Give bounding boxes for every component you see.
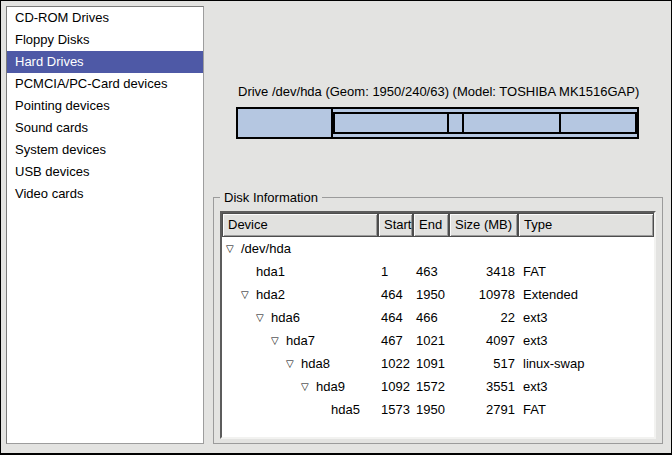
cell-type: ext3: [518, 306, 654, 329]
cell-start: 467: [378, 329, 413, 352]
cell-start: [378, 237, 413, 260]
device-name: hda7: [286, 329, 315, 352]
cell-size: [449, 237, 518, 260]
cell-size: 4097: [449, 329, 518, 352]
cell-type: FAT: [518, 398, 654, 421]
sidebar-item-cd-rom-drives[interactable]: CD-ROM Drives: [7, 7, 203, 29]
cell-size: 3418: [449, 260, 518, 283]
disk-information-frame: Disk Information DeviceStartEndSize (MB)…: [213, 197, 663, 444]
cell-type: ext3: [518, 329, 654, 352]
device-name: hda5: [331, 398, 360, 421]
sidebar-item-usb-devices[interactable]: USB devices: [7, 161, 203, 183]
cell-size: 517: [449, 352, 518, 375]
partition-divider: [559, 114, 561, 132]
sidebar-item-pcmcia-pc-card-devices[interactable]: PCMCIA/PC-Card devices: [7, 73, 203, 95]
device-name: hda6: [271, 306, 300, 329]
device-name: hda9: [316, 375, 345, 398]
cell-start: 464: [378, 306, 413, 329]
cell-start: 1573: [378, 398, 413, 421]
table-row-hda8[interactable]: ▽hda810221091517linux-swap: [222, 352, 654, 375]
cell-end: [413, 237, 449, 260]
partition-divider: [447, 114, 449, 132]
hardware-browser-window: CD-ROM DrivesFloppy DisksHard DrivesPCMC…: [0, 0, 672, 455]
table-row--dev-hda[interactable]: ▽/dev/hda: [222, 237, 654, 260]
expander-icon[interactable]: ▽: [226, 237, 241, 260]
table-row-hda1[interactable]: hda114633418FAT: [222, 260, 654, 283]
extended-partition-region: [333, 112, 637, 134]
cell-end: 1572: [413, 375, 449, 398]
cell-start: 1: [378, 260, 413, 283]
sidebar-item-video-cards[interactable]: Video cards: [7, 183, 203, 205]
column-header-start[interactable]: Start: [378, 213, 413, 237]
cell-end: 1021: [413, 329, 449, 352]
cell-type: ext3: [518, 375, 654, 398]
expander-icon[interactable]: ▽: [241, 283, 256, 306]
disk-info-table-body: ▽/dev/hdahda114633418FAT▽hda246419501097…: [222, 237, 654, 421]
column-header-size-mb-[interactable]: Size (MB): [449, 213, 518, 237]
cell-size: 2791: [449, 398, 518, 421]
cell-type: FAT: [518, 260, 654, 283]
table-row-hda7[interactable]: ▽hda746710214097ext3: [222, 329, 654, 352]
cell-end: 463: [413, 260, 449, 283]
partition-segment-primary: [238, 109, 333, 137]
expander-icon[interactable]: ▽: [301, 375, 316, 398]
cell-end: 466: [413, 306, 449, 329]
sidebar-item-system-devices[interactable]: System devices: [7, 139, 203, 161]
drive-summary-label: Drive /dev/hda (Geom: 1950/240/63) (Mode…: [238, 84, 639, 99]
table-row-hda9[interactable]: ▽hda9109215723551ext3: [222, 375, 654, 398]
table-row-hda6[interactable]: ▽hda646446622ext3: [222, 306, 654, 329]
cell-type: Extended: [518, 283, 654, 306]
column-header-end[interactable]: End: [413, 213, 449, 237]
sidebar-item-sound-cards[interactable]: Sound cards: [7, 117, 203, 139]
device-name: /dev/hda: [241, 237, 291, 260]
table-row-hda2[interactable]: ▽hda2464195010978Extended: [222, 283, 654, 306]
expander-icon[interactable]: ▽: [256, 306, 271, 329]
cell-end: 1091: [413, 352, 449, 375]
expander-icon[interactable]: ▽: [271, 329, 286, 352]
table-row-hda5[interactable]: hda5157319502791FAT: [222, 398, 654, 421]
sidebar-item-pointing-devices[interactable]: Pointing devices: [7, 95, 203, 117]
cell-size: 3551: [449, 375, 518, 398]
cell-type: [518, 237, 654, 260]
sidebar-item-hard-drives[interactable]: Hard Drives: [7, 51, 203, 73]
device-name: hda1: [256, 260, 285, 283]
cell-start: 464: [378, 283, 413, 306]
expander-icon[interactable]: ▽: [286, 352, 301, 375]
sidebar-item-floppy-disks[interactable]: Floppy Disks: [7, 29, 203, 51]
cell-end: 1950: [413, 398, 449, 421]
disk-partition-bar: [236, 107, 639, 139]
column-header-type[interactable]: Type: [518, 213, 654, 237]
device-name: hda8: [301, 352, 330, 375]
cell-size: 10978: [449, 283, 518, 306]
partition-divider: [462, 114, 464, 132]
disk-info-table: DeviceStartEndSize (MB)Type ▽/dev/hdahda…: [220, 211, 656, 439]
column-header-device[interactable]: Device: [222, 213, 378, 237]
disk-information-frame-label: Disk Information: [220, 190, 322, 205]
cell-start: 1022: [378, 352, 413, 375]
device-category-list[interactable]: CD-ROM DrivesFloppy DisksHard DrivesPCMC…: [6, 6, 204, 444]
cell-size: 22: [449, 306, 518, 329]
disk-info-table-header: DeviceStartEndSize (MB)Type: [222, 213, 654, 237]
cell-type: linux-swap: [518, 352, 654, 375]
cell-end: 1950: [413, 283, 449, 306]
cell-start: 1092: [378, 375, 413, 398]
device-name: hda2: [256, 283, 285, 306]
